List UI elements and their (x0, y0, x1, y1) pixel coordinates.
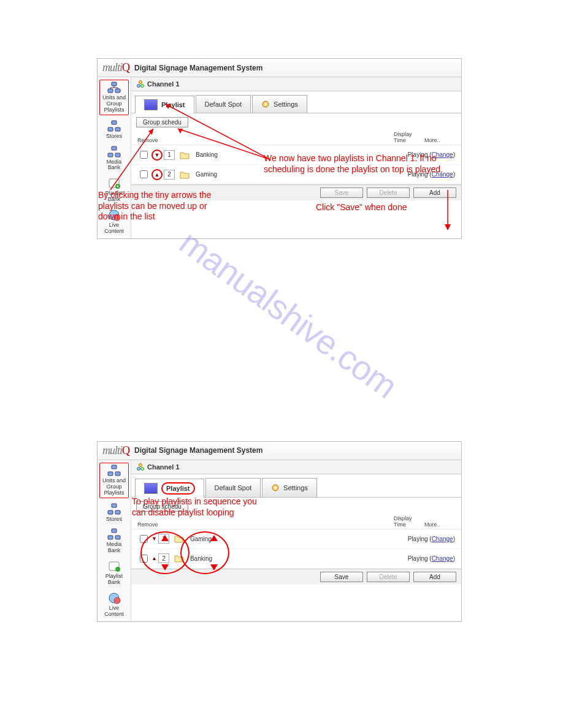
save-button[interactable]: Save (320, 188, 363, 198)
svg-rect-30 (108, 510, 113, 514)
col-more[interactable]: More.. (424, 137, 455, 143)
tab-settings[interactable]: Settings (252, 95, 307, 113)
svg-rect-4 (108, 127, 113, 131)
sidebar-item-label: Units and Group Playlists (102, 94, 126, 113)
svg-rect-6 (112, 146, 117, 150)
order-number: 2 (158, 553, 169, 563)
main-panel: Channel 1 Playlist Default Spot Settings (131, 460, 461, 621)
tab-label: Default Spot (205, 100, 242, 108)
change-link[interactable]: Change (432, 555, 453, 562)
title-bar: multiQ Digital Signage Management System (98, 59, 461, 77)
folder-icon[interactable] (174, 554, 184, 563)
svg-rect-29 (112, 504, 117, 507)
order-number: 1 (164, 150, 175, 160)
sidebar-item-media-bank[interactable]: Media Bank (99, 527, 129, 555)
remove-checkbox[interactable] (140, 151, 148, 159)
annotation-two-playlists: We now have two playlists in Channel 1. … (264, 153, 454, 175)
sidebar-item-units[interactable]: Units and Group Playlists (99, 80, 129, 115)
folder-icon[interactable] (180, 151, 190, 159)
media-bank-icon (107, 146, 121, 158)
col-display-time: Display Time (394, 131, 424, 143)
media-bank-icon (107, 528, 121, 540)
svg-rect-2 (115, 89, 120, 93)
playlist-bank-icon (107, 560, 121, 572)
group-schedule-button[interactable]: Group schedu (136, 117, 188, 127)
svg-rect-33 (108, 536, 113, 539)
svg-point-41 (141, 467, 144, 470)
tab-playlist[interactable]: Playlist (135, 479, 204, 498)
order-up-icon[interactable]: ▲ (151, 169, 163, 180)
gear-icon (271, 483, 280, 492)
order-up-icon[interactable]: ▲ (151, 555, 157, 561)
channel-title: Channel 1 (147, 463, 180, 471)
add-button[interactable]: Add (413, 572, 456, 582)
svg-rect-1 (108, 89, 113, 93)
folder-icon[interactable] (180, 170, 190, 179)
app-title: Digital Signage Management System (134, 64, 262, 72)
sidebar-item-stores[interactable]: Stores (99, 119, 129, 141)
playlist-swatch-icon (144, 483, 158, 494)
order-down-icon[interactable]: ▼ (151, 536, 157, 542)
add-button[interactable]: Add (413, 188, 456, 198)
tabs: Playlist Default Spot Settings (131, 91, 461, 113)
svg-rect-31 (115, 510, 120, 514)
remove-checkbox[interactable] (140, 535, 148, 543)
svg-rect-32 (112, 529, 117, 533)
remove-checkbox[interactable] (140, 555, 148, 563)
sidebar-item-live-content[interactable]: Live Content (99, 591, 129, 619)
svg-rect-0 (112, 82, 117, 86)
tab-default-spot[interactable]: Default Spot (196, 95, 251, 113)
tab-settings[interactable]: Settings (262, 478, 317, 497)
sidebar-item-label: Media Bank (107, 159, 122, 171)
playlist-bank-icon (107, 177, 121, 189)
channel-icon (136, 80, 145, 88)
tab-label: Playlist (161, 482, 195, 495)
sidebar-item-units[interactable]: Units and Group Playlists (99, 463, 129, 498)
annotation-tiny-arrows: By clicking the tiny arrows the playlist… (98, 190, 227, 222)
col-remove: Remove (137, 137, 193, 143)
logo-accent: Q (122, 61, 129, 74)
svg-rect-28 (115, 472, 120, 476)
tab-playlist[interactable]: Playlist (135, 96, 194, 113)
annotation-click-save: Click "Save" when done (316, 202, 407, 213)
svg-point-43 (274, 487, 277, 489)
channel-title: Channel 1 (147, 80, 180, 88)
title-bar: multiQ Digital Signage Management System (98, 442, 461, 460)
svg-rect-26 (112, 465, 117, 469)
folder-icon[interactable] (174, 534, 184, 543)
svg-point-15 (141, 85, 144, 88)
sidebar-item-stores[interactable]: Stores (99, 502, 129, 524)
svg-rect-7 (108, 153, 113, 157)
playlist-row: ▼ 1 Gaming Playing (Change) (131, 529, 461, 549)
svg-point-38 (114, 597, 120, 604)
order-down-icon[interactable]: ▼ (151, 150, 163, 161)
order-number: 2 (164, 170, 175, 180)
save-button[interactable]: Save (320, 572, 363, 582)
tabs: Playlist Default Spot Settings (131, 474, 461, 498)
sidebar-item-playlist-bank[interactable]: Playlist Bank (99, 559, 129, 587)
logo: multiQ (102, 61, 129, 74)
channel-icon (136, 463, 145, 471)
logo: multiQ (102, 444, 129, 457)
app-window-2: multiQ Digital Signage Management System… (97, 441, 462, 622)
playlist-name: Gaming (184, 536, 408, 542)
svg-point-36 (115, 567, 120, 572)
delete-button[interactable]: Delete (367, 572, 410, 582)
svg-point-39 (139, 463, 142, 466)
sidebar-item-media-bank[interactable]: Media Bank (99, 145, 129, 173)
sidebar: Units and Group Playlists Stores Media B… (98, 460, 131, 621)
svg-point-14 (137, 85, 140, 88)
delete-button[interactable]: Delete (367, 188, 410, 198)
order-number: 1 (158, 534, 169, 544)
svg-point-17 (264, 103, 267, 105)
remove-checkbox[interactable] (140, 170, 148, 178)
units-icon (107, 464, 121, 477)
change-link[interactable]: Change (432, 536, 453, 542)
playlist-row: ▲ 2 Banking Playing (Change) (131, 549, 461, 569)
playlist-name: Banking (184, 555, 408, 562)
tab-default-spot[interactable]: Default Spot (205, 478, 261, 497)
live-content-icon (107, 592, 121, 604)
svg-rect-27 (108, 472, 113, 476)
tab-label: Playlist (161, 101, 185, 108)
sidebar-item-label: Live Content (104, 222, 124, 234)
